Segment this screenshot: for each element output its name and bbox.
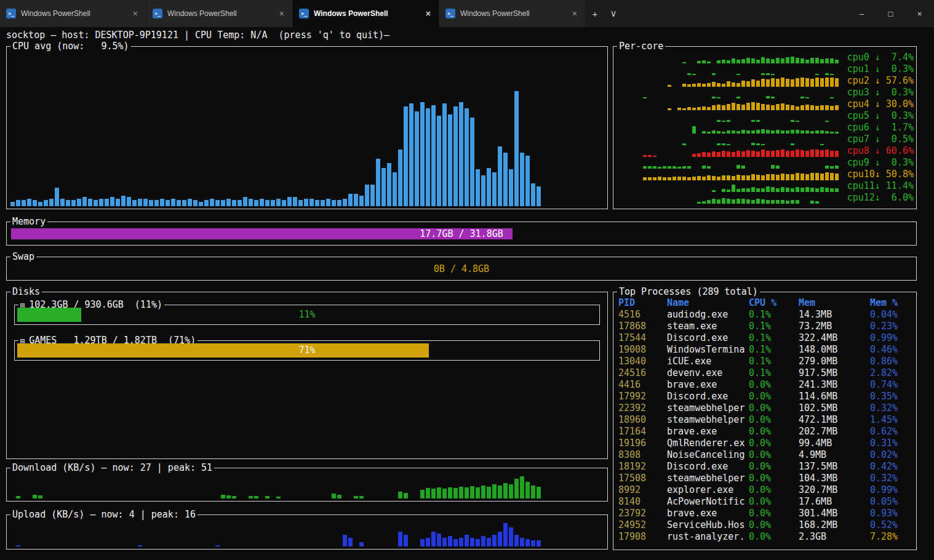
- chart-bar: [465, 487, 469, 498]
- chart-bar: [825, 166, 829, 169]
- chart-bar: [359, 496, 364, 498]
- chart-bar: [514, 91, 519, 206]
- chart-bar: [776, 175, 780, 180]
- chart-bar: [766, 105, 770, 110]
- chart-bar: [825, 150, 829, 157]
- process-cell: 17992: [618, 391, 667, 402]
- chart-bar: [741, 166, 745, 169]
- chart-bar: [376, 159, 380, 206]
- tab-dropdown-button[interactable]: ∨: [604, 0, 623, 27]
- chart-bar: [66, 200, 70, 206]
- tab-2[interactable]: >_ Windows PowerShell ×: [146, 0, 292, 27]
- chart-bar: [796, 78, 799, 87]
- process-row: 24516devenv.exe0.1%917.5MB2.82%: [615, 367, 915, 379]
- process-cell: AcPowerNotific: [667, 496, 749, 508]
- chart-bar: [677, 108, 681, 110]
- chart-bar: [663, 166, 666, 169]
- process-cell: 0.0%: [749, 484, 799, 496]
- chart-bar: [771, 97, 775, 98]
- process-row: 17908rust-analyzer.0.0%2.3GB7.28%: [615, 531, 915, 543]
- column-header-cpu: CPU %: [749, 297, 799, 309]
- top-processes-panel: Top Processes (289 total) PID Name CPU %…: [613, 292, 917, 550]
- chart-bar: [143, 199, 148, 206]
- process-cell: 4.9MB: [799, 449, 870, 461]
- tab-bar: >_ Windows PowerShell × >_ Windows Power…: [0, 0, 934, 27]
- chart-bar: [470, 118, 474, 206]
- chart-bar: [796, 130, 799, 134]
- process-row: 17508steamwebhelper0.0%104.3MB0.32%: [615, 473, 915, 484]
- close-button[interactable]: ×: [905, 0, 934, 27]
- tab-4[interactable]: >_ Windows PowerShell ×: [439, 0, 585, 27]
- chart-bar: [712, 151, 716, 157]
- chart-bar: [732, 82, 735, 87]
- chart-bar: [393, 172, 397, 206]
- chart-bar: [786, 57, 789, 63]
- chart-bar: [398, 532, 402, 546]
- process-cell: 24952: [618, 519, 667, 531]
- process-cell: 0.0%: [749, 531, 799, 543]
- chart-bar: [420, 490, 425, 498]
- chart-bar: [138, 199, 142, 206]
- chart-bar: [404, 535, 408, 546]
- chart-bar: [805, 97, 809, 98]
- tab-1[interactable]: >_ Windows PowerShell ×: [0, 0, 146, 27]
- minimize-button[interactable]: –: [847, 0, 876, 27]
- top-processes-panel-title: Top Processes (289 total): [617, 286, 760, 298]
- core-usage-label: cpu11↓ 11.4%: [839, 180, 914, 192]
- chart-bar: [442, 489, 447, 498]
- chart-bar: [398, 150, 402, 206]
- process-cell: 22392: [618, 402, 667, 414]
- chart-bar: [771, 59, 775, 63]
- chart-bar: [825, 121, 829, 122]
- chart-bar: [717, 177, 720, 180]
- tab-3-active[interactable]: >_ Windows PowerShell ×: [293, 0, 439, 27]
- tab-close-icon[interactable]: ×: [277, 9, 286, 18]
- chart-bar: [830, 58, 834, 63]
- core-usage-label: cpu9 ↓ 0.3%: [839, 157, 914, 169]
- chart-bar: [653, 166, 657, 169]
- process-cell: 0.02%: [870, 449, 911, 461]
- chart-bar: [805, 174, 809, 180]
- chart-bar: [643, 97, 647, 98]
- chart-bar: [276, 497, 281, 498]
- chart-bar: [16, 496, 20, 498]
- chart-bar: [830, 151, 834, 157]
- tab-close-icon[interactable]: ×: [424, 9, 433, 18]
- maximize-button[interactable]: □: [876, 0, 905, 27]
- process-table-body: 4516audiodg.exe0.1%14.3MB0.04%17868steam…: [615, 309, 915, 543]
- process-cell: 23792: [618, 508, 667, 519]
- chart-bar: [800, 130, 804, 134]
- process-cell: rust-analyzer.: [667, 531, 749, 543]
- new-tab-button[interactable]: +: [586, 0, 604, 27]
- chart-bar: [751, 187, 755, 192]
- chart-bar: [16, 545, 20, 546]
- chart-bar: [781, 150, 784, 157]
- terminal-screen[interactable]: socktop — host: DESKTOP-9P19121 | CPU Te…: [0, 27, 934, 560]
- process-cell: 0.1%: [749, 321, 799, 332]
- chart-bar: [830, 106, 834, 110]
- disks-panel-title: Disks: [10, 286, 42, 298]
- chart-bar: [736, 199, 740, 204]
- chart-bar: [348, 194, 353, 206]
- tab-close-icon[interactable]: ×: [131, 9, 140, 18]
- chart-bar: [761, 57, 765, 63]
- chart-bar: [71, 200, 76, 206]
- chart-bar: [442, 103, 447, 206]
- core-usage-label: cpu1 ↓ 0.3%: [839, 63, 914, 75]
- chart-bar: [732, 176, 735, 180]
- disk-gauge-games: ▤ GAMES 1.29TB / 1.82TB (71%) 71%: [14, 340, 600, 361]
- chart-bar: [702, 177, 706, 180]
- tab-close-icon[interactable]: ×: [570, 9, 579, 18]
- process-row: 18960steamwebhelper0.0%472.1MB1.45%: [615, 414, 915, 426]
- chart-bar: [94, 200, 98, 206]
- chart-bar: [761, 150, 765, 157]
- chart-bar: [820, 130, 824, 134]
- chart-bar: [736, 165, 740, 169]
- chart-bar: [727, 199, 730, 204]
- chart-bar: [820, 105, 824, 110]
- chart-bar: [751, 200, 755, 204]
- chart-bar: [426, 108, 430, 206]
- chart-bar: [830, 166, 834, 169]
- memory-usage-label: 17.7GB / 31.8GB: [11, 228, 912, 239]
- chart-bar: [687, 84, 691, 87]
